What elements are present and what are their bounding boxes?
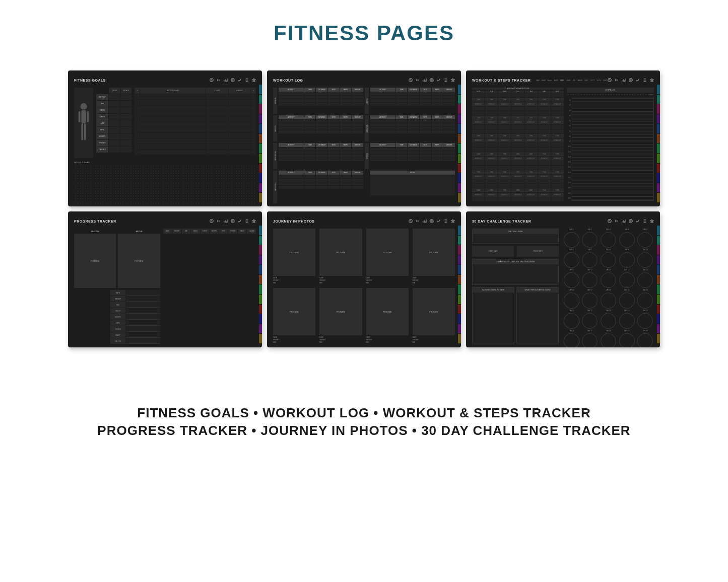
graph-icon[interactable] (437, 78, 441, 82)
star-icon[interactable] (650, 78, 654, 82)
scale-icon[interactable] (210, 219, 214, 223)
side-tab[interactable] (657, 265, 660, 274)
month-tab[interactable]: DEC (603, 79, 607, 82)
target-icon[interactable] (430, 219, 434, 223)
scale-icon[interactable] (409, 78, 413, 82)
side-tab[interactable] (458, 305, 461, 314)
side-tab[interactable] (259, 314, 262, 324)
side-tab[interactable] (657, 154, 660, 163)
target-icon[interactable] (231, 78, 235, 82)
month-tab[interactable]: OCT (590, 79, 594, 82)
month-tab[interactable]: FEB (542, 79, 546, 82)
side-tab[interactable] (458, 193, 461, 202)
target-icon[interactable] (629, 219, 633, 223)
side-tab[interactable] (657, 193, 660, 202)
month-tab[interactable]: JAN (536, 79, 540, 82)
side-tab[interactable] (458, 245, 461, 255)
side-tab[interactable] (259, 183, 262, 193)
side-tab[interactable] (458, 334, 461, 343)
chart-icon[interactable] (224, 219, 228, 223)
side-tab[interactable] (458, 265, 461, 274)
target-icon[interactable] (629, 78, 633, 82)
month-tab[interactable]: NOV (597, 79, 601, 82)
dumbbell-icon[interactable] (217, 78, 221, 82)
side-tab[interactable] (657, 305, 660, 314)
side-tab[interactable] (259, 173, 262, 183)
dumbbell-icon[interactable] (217, 219, 221, 223)
side-tab[interactable] (458, 183, 461, 193)
side-tab[interactable] (259, 245, 262, 255)
star-icon[interactable] (252, 219, 256, 223)
side-tab[interactable] (259, 134, 262, 143)
side-tab[interactable] (259, 284, 262, 294)
side-tab[interactable] (259, 255, 262, 265)
side-tab[interactable] (458, 226, 461, 235)
chart-icon[interactable] (423, 219, 427, 223)
side-tab[interactable] (259, 275, 262, 284)
side-tab[interactable] (458, 95, 461, 104)
side-tab[interactable] (458, 284, 461, 294)
side-tab[interactable] (259, 104, 262, 114)
scale-icon[interactable] (409, 219, 413, 223)
graph-icon[interactable] (238, 219, 242, 223)
star-icon[interactable] (451, 219, 455, 223)
graph-icon[interactable] (437, 219, 441, 223)
side-tab[interactable] (259, 324, 262, 334)
side-tab[interactable] (259, 226, 262, 235)
side-tab[interactable] (458, 275, 461, 284)
side-tab[interactable] (657, 183, 660, 193)
side-tab[interactable] (657, 295, 660, 304)
side-tab[interactable] (657, 275, 660, 284)
side-tab[interactable] (259, 295, 262, 304)
side-tab[interactable] (458, 324, 461, 334)
side-tab[interactable] (657, 95, 660, 104)
side-tab[interactable] (458, 173, 461, 183)
month-tab[interactable]: SEP (584, 79, 588, 82)
scale-icon[interactable] (210, 78, 214, 82)
graph-icon[interactable] (238, 78, 242, 82)
side-tab[interactable] (657, 114, 660, 124)
month-tab[interactable]: AUG (578, 79, 582, 82)
side-tab[interactable] (657, 284, 660, 294)
side-tab[interactable] (458, 104, 461, 114)
chart-icon[interactable] (622, 78, 626, 82)
chart-icon[interactable] (423, 78, 427, 82)
side-tab[interactable] (259, 154, 262, 163)
side-tab[interactable] (458, 295, 461, 304)
side-tab[interactable] (458, 236, 461, 245)
star-icon[interactable] (650, 219, 654, 223)
month-tab[interactable]: APR (554, 79, 558, 82)
chart-icon[interactable] (224, 78, 228, 82)
side-tab[interactable] (657, 134, 660, 143)
month-tab[interactable]: JUN (566, 79, 570, 82)
star-icon[interactable] (252, 78, 256, 82)
side-tab[interactable] (458, 314, 461, 324)
dumbbell-icon[interactable] (416, 219, 420, 223)
side-tab[interactable] (657, 173, 660, 183)
side-tab[interactable] (657, 85, 660, 94)
side-tab[interactable] (657, 314, 660, 324)
side-tab[interactable] (657, 104, 660, 114)
side-tab[interactable] (458, 255, 461, 265)
target-icon[interactable] (231, 219, 235, 223)
side-tab[interactable] (259, 114, 262, 124)
side-tab[interactable] (657, 124, 660, 133)
chart-icon[interactable] (622, 219, 626, 223)
side-tab[interactable] (458, 124, 461, 133)
list-icon[interactable] (643, 219, 647, 223)
side-tab[interactable] (458, 134, 461, 143)
side-tab[interactable] (259, 265, 262, 274)
list-icon[interactable] (245, 219, 249, 223)
graph-icon[interactable] (636, 219, 640, 223)
side-tab[interactable] (657, 324, 660, 334)
dumbbell-icon[interactable] (416, 78, 420, 82)
side-tab[interactable] (657, 164, 660, 173)
side-tab[interactable] (259, 305, 262, 314)
side-tab[interactable] (259, 193, 262, 202)
scale-icon[interactable] (608, 78, 612, 82)
side-tab[interactable] (657, 236, 660, 245)
side-tab[interactable] (458, 143, 461, 153)
side-tab[interactable] (657, 245, 660, 255)
list-icon[interactable] (643, 78, 647, 82)
target-icon[interactable] (430, 78, 434, 82)
